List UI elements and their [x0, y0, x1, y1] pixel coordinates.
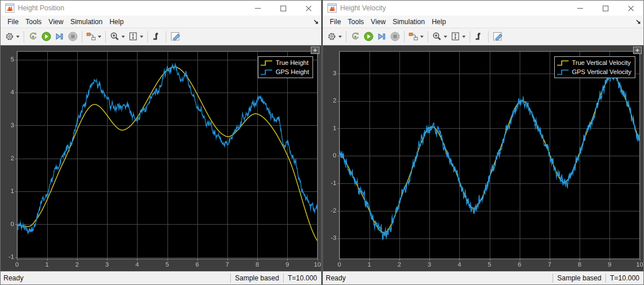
menu-bar: File Tools View Simulation Help — [1, 16, 321, 28]
scale-axes-dropdown-caret[interactable] — [462, 36, 466, 38]
zoom-dropdown-caret[interactable] — [121, 36, 125, 38]
close-button[interactable] — [618, 1, 643, 16]
toolbar-separator — [346, 31, 346, 43]
legend-label: True Vertical Velocity — [572, 59, 631, 66]
menu-view[interactable]: View — [367, 17, 389, 27]
dock-icon[interactable] — [635, 19, 641, 25]
close-button[interactable] — [296, 1, 321, 16]
dock-icon[interactable] — [313, 19, 319, 25]
height-velocity-plot[interactable] — [323, 45, 643, 271]
simulink-snapshot-button[interactable] — [85, 30, 103, 44]
true-signal-swatch-icon — [556, 59, 570, 67]
menu-simulation[interactable]: Simulation — [389, 17, 428, 27]
plot-panel: True Height GPS Height — [1, 45, 321, 271]
window-title: Height Position — [18, 4, 245, 12]
true-signal-swatch-icon — [260, 59, 273, 67]
status-bar: Ready Sample based T=10.000 — [323, 271, 643, 284]
scale-axes-dropdown-caret[interactable] — [140, 36, 143, 38]
menu-help[interactable]: Help — [428, 17, 449, 27]
legend-label: GPS Height — [276, 68, 309, 75]
menu-tools[interactable]: Tools — [22, 17, 45, 27]
toolbar-separator — [147, 31, 148, 43]
status-ready: Ready — [323, 274, 552, 282]
legend-item-gps-height: GPS Height — [260, 67, 309, 76]
step-back-button[interactable] — [349, 30, 362, 44]
run-button[interactable] — [40, 30, 53, 44]
status-sim-time: T=10.000 — [605, 274, 643, 283]
zoom-button[interactable] — [430, 30, 449, 44]
minimize-button[interactable] — [245, 1, 270, 16]
toolbar-separator — [24, 31, 24, 43]
settings-button[interactable] — [325, 30, 344, 44]
settings-dropdown-caret[interactable] — [338, 36, 342, 38]
run-button[interactable] — [362, 30, 375, 44]
toolbar-separator — [105, 31, 106, 43]
status-ready: Ready — [1, 274, 230, 282]
scope-window-height-position: Height Position File Tools View Simulati… — [0, 0, 322, 285]
scope-app-icon — [5, 3, 14, 13]
snapshot-dropdown-caret[interactable] — [420, 36, 424, 38]
status-sample-mode: Sample based — [552, 274, 605, 283]
toolbar-separator — [488, 31, 489, 43]
menu-file[interactable]: File — [4, 17, 22, 27]
status-sim-time: T=10.000 — [283, 274, 321, 283]
stop-button[interactable] — [66, 30, 79, 44]
stop-button[interactable] — [388, 30, 402, 44]
toolbar — [1, 28, 321, 45]
title-bar[interactable]: Height Position — [1, 1, 321, 16]
cursor-measurements-button[interactable] — [491, 30, 504, 44]
maximize-axes-button[interactable] — [633, 47, 642, 54]
legend-item-true-height: True Height — [260, 58, 309, 67]
legend-item-gps-vertical-velocity: GPS Vertical Velocity — [556, 67, 631, 76]
simulink-snapshot-button[interactable] — [407, 30, 425, 44]
step-forward-button[interactable] — [375, 30, 388, 44]
scale-axes-button[interactable] — [127, 30, 145, 44]
scope-window-height-velocity: Height Velocity File Tools View Simulati… — [322, 0, 644, 285]
legend-item-true-vertical-velocity: True Vertical Velocity — [556, 58, 631, 67]
step-forward-button[interactable] — [53, 30, 66, 44]
status-sample-mode: Sample based — [230, 274, 283, 283]
triggers-button[interactable] — [472, 30, 486, 44]
gps-signal-swatch-icon — [260, 68, 273, 76]
window-title: Height Velocity — [340, 4, 567, 12]
zoom-dropdown-caret[interactable] — [444, 36, 447, 38]
toolbar — [323, 28, 643, 45]
menu-view[interactable]: View — [45, 17, 67, 27]
menu-help[interactable]: Help — [106, 17, 127, 27]
legend[interactable]: True Height GPS Height — [258, 56, 313, 78]
zoom-button[interactable] — [108, 30, 127, 44]
maximize-axes-button[interactable] — [311, 47, 319, 54]
scale-axes-button[interactable] — [449, 30, 467, 44]
menu-bar: File Tools View Simulation Help — [323, 16, 643, 28]
toolbar-separator — [404, 31, 405, 43]
legend-label: True Height — [276, 59, 308, 66]
menu-simulation[interactable]: Simulation — [67, 17, 106, 27]
scope-app-icon — [327, 3, 337, 13]
status-bar: Ready Sample based T=10.000 — [1, 271, 321, 284]
plot-panel: True Vertical Velocity GPS Vertical Velo… — [323, 45, 643, 271]
toolbar-separator — [470, 31, 470, 43]
step-back-button[interactable] — [26, 30, 40, 44]
settings-dropdown-caret[interactable] — [16, 36, 20, 38]
height-position-plot[interactable] — [1, 45, 321, 271]
cursor-measurements-button[interactable] — [169, 30, 182, 44]
title-bar[interactable]: Height Velocity — [323, 1, 643, 16]
menu-tools[interactable]: Tools — [344, 17, 367, 27]
toolbar-separator — [166, 31, 166, 43]
maximize-button[interactable] — [270, 1, 296, 16]
maximize-button[interactable] — [593, 1, 618, 16]
legend-label: GPS Vertical Velocity — [572, 68, 631, 75]
triggers-button[interactable] — [150, 30, 163, 44]
settings-button[interactable] — [3, 30, 21, 44]
minimize-button[interactable] — [567, 1, 593, 16]
toolbar-separator — [82, 31, 82, 43]
gps-signal-swatch-icon — [556, 68, 570, 76]
legend[interactable]: True Vertical Velocity GPS Vertical Velo… — [554, 56, 635, 78]
toolbar-separator — [428, 31, 428, 43]
menu-file[interactable]: File — [326, 17, 344, 27]
snapshot-dropdown-caret[interactable] — [98, 36, 101, 38]
